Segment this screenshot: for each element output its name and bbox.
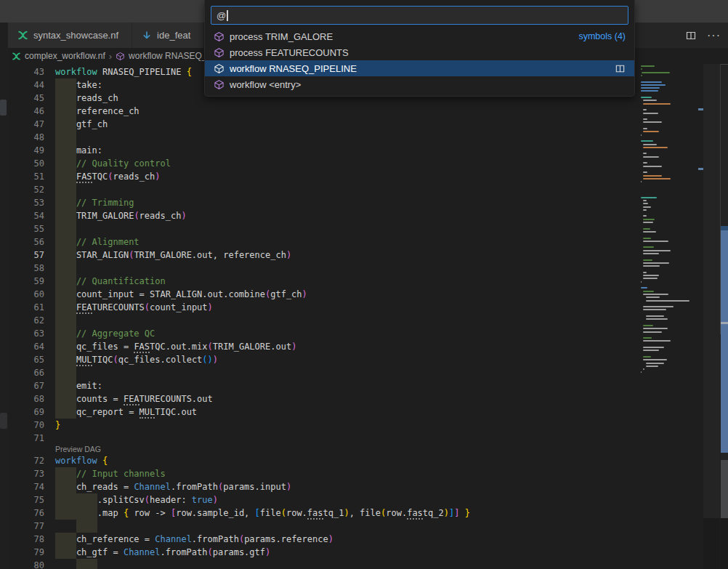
code-text: // Input channels [55,467,166,480]
code-line[interactable]: 68 counts = FEATURECOUNTS.out [0,392,728,405]
code-line[interactable]: 70} [0,419,728,432]
code-line[interactable]: 48 [0,131,728,144]
window-left-edge [0,23,8,569]
code-line[interactable]: 46 reference_ch [0,105,728,118]
scrollbar-thumb[interactable] [721,226,728,453]
code-line[interactable]: 78 ch_reference = Channel.fromPath(param… [0,533,728,546]
code-line[interactable]: 55 [0,222,728,235]
line-number: 48 [8,131,44,144]
code-line[interactable]: 47 gtf_ch [0,118,728,131]
code-line[interactable]: 72workflow { [0,454,728,467]
minimap[interactable] [638,64,703,456]
quick-open-item[interactable]: process TRIM_GALOREsymbols (4) [205,28,634,44]
line-number: 47 [8,118,44,131]
code-line[interactable]: 62 [0,314,728,327]
code-line[interactable]: 67 emit: [0,379,728,392]
arrow-down-icon [142,31,152,41]
open-to-side-icon[interactable] [615,63,626,74]
line-number: 68 [8,392,44,405]
code-line[interactable]: 74 ch_reads = Channel.fromPath(params.in… [0,480,728,493]
quick-open-item[interactable]: workflow RNASEQ_PIPELINE [205,60,634,76]
code-editor[interactable]: 43workflow RNASEQ_PIPELINE {44 take:45 r… [0,64,728,569]
quick-open-input[interactable]: @ [211,6,628,25]
line-number: 54 [8,209,44,222]
quick-open-widget: @ process TRIM_GALOREsymbols (4) process… [204,0,635,97]
code-line[interactable]: 49 main: [0,144,728,157]
code-line[interactable]: 77 [0,520,728,533]
line-number: 71 [8,432,44,445]
code-line[interactable]: 79 ch_gtf = Channel.fromPath(params.gtf) [0,546,728,559]
breadcrumb-file[interactable]: complex_workflow.nf [25,51,105,61]
code-line[interactable]: 58 [0,262,728,275]
line-number: 77 [8,520,44,533]
left-edge-widget [0,413,7,429]
code-line[interactable]: 76 .map { row -> [row.sample_id, [file(r… [0,507,728,520]
code-line[interactable]: 66 [0,366,728,379]
code-line[interactable]: 61 FEATURECOUNTS(count_input) [0,301,728,314]
code-line[interactable]: 65 MULTIQC(qc_files.collect()) [0,353,728,366]
line-number: 50 [8,157,44,170]
code-line[interactable]: 60 count_input = STAR_ALIGN.out.combine(… [0,288,728,301]
code-line[interactable]: 51 FASTQC(reads_ch) [0,170,728,183]
code-text: ch_gtf = Channel.fromPath(params.gtf) [55,546,270,559]
symbol-cube-icon [214,31,225,42]
code-line[interactable]: 59 // Quantification [0,275,728,288]
quick-open-item[interactable]: process FEATURECOUNTS [205,44,634,60]
scrollbar-thumb-secondary[interactable] [721,460,728,518]
indent-guide-block [76,559,97,569]
code-line[interactable]: 69 qc_report = MULTIQC.out [0,405,728,419]
code-text: reference_ch [55,105,139,118]
line-number: 78 [8,533,44,546]
line-number: 69 [8,405,44,419]
tab-syntax-showcase[interactable]: syntax_showcase.nf [8,23,132,48]
line-number: 67 [8,379,44,392]
line-number: 73 [8,467,44,480]
code-line[interactable]: 54 TRIM_GALORE(reads_ch) [0,209,728,222]
codelens-preview-dag[interactable]: Preview DAG [55,445,101,454]
code-line[interactable]: 52 [0,183,728,196]
tab-ide-features[interactable]: ide_feat [132,23,203,48]
code-line[interactable]: 53 // Trimming [0,196,728,209]
code-area[interactable]: 43workflow RNASEQ_PIPELINE {44 take:45 r… [0,64,728,569]
line-number: 58 [8,262,44,275]
code-line[interactable]: 64 qc_files = FASTQC.out.mix(TRIM_GALORE… [0,340,728,353]
text-caret [227,10,228,21]
split-editor-icon[interactable] [685,30,697,41]
quick-open-item[interactable]: workflow <entry> [205,76,634,92]
code-text: qc_files = FASTQC.out.mix(TRIM_GALORE.ou… [55,340,296,353]
quick-open-results: process TRIM_GALOREsymbols (4) process F… [205,28,634,92]
code-line[interactable]: 80 [0,559,728,569]
code-text: count_input = STAR_ALIGN.out.combine(gtf… [55,288,307,301]
code-line[interactable]: 57 STAR_ALIGN(TRIM_GALORE.out, reference… [0,249,728,262]
line-number: 72 [8,454,44,467]
symbol-cube-icon [214,63,225,74]
line-number: 76 [8,507,44,520]
quick-open-item-label: workflow RNASEQ_PIPELINE [230,63,357,74]
more-actions-icon[interactable]: ··· [707,32,721,39]
code-line[interactable]: 71 [0,432,728,445]
code-text: FASTQC(reads_ch) [55,170,161,183]
panel-border [720,64,728,65]
code-line[interactable]: 75 .splitCsv(header: true) [0,493,728,507]
symbol-cube-icon [214,47,225,58]
line-number: 53 [8,196,44,209]
code-line[interactable]: 73 // Input channels [0,467,728,480]
symbols-count-label: symbols (4) [578,31,626,41]
indent-guide-block [55,131,76,144]
code-line[interactable]: 63 // Aggregate QC [0,327,728,340]
line-number: 51 [8,170,44,183]
code-text: TRIM_GALORE(reads_ch) [55,209,187,222]
line-number: 56 [8,235,44,249]
code-text: workflow RNASEQ_PIPELINE { [55,65,192,78]
indent-guide-block [55,222,76,235]
code-line[interactable]: 50 // Quality control [0,157,728,170]
code-text: main: [55,144,102,157]
panel-border [720,64,721,334]
code-line[interactable]: 56 // Alignment [0,235,728,249]
code-text: // Aggregate QC [55,327,155,340]
chevron-right-icon: › [109,51,112,62]
code-text: MULTIQC(qc_files.collect()) [55,353,218,366]
line-number: 52 [8,183,44,196]
line-number: 70 [8,419,44,432]
nextflow-icon [17,30,28,41]
